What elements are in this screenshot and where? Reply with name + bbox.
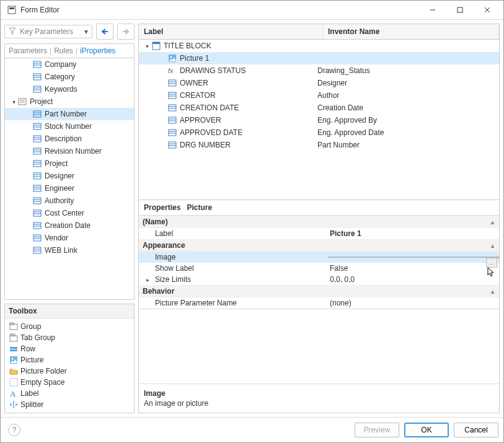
grid-row-root[interactable]: ▾TITLE BLOCK [139,40,499,52]
property-icon [32,109,42,119]
properties-title: Properties Picture [139,200,499,215]
prop-icon [167,90,177,100]
pic-icon [9,355,19,365]
tree-item[interactable]: Creation Date [5,219,134,232]
left-tree[interactable]: CompanyCategoryKeywords▾ProjectPart Numb… [5,58,134,299]
grid-row[interactable]: CREATORAuthor [139,89,499,102]
tree-item[interactable]: Stock Number [5,120,134,133]
key-parameters-label: Key Parameters [20,27,73,36]
tab-iproperties[interactable]: iProperties [80,46,115,55]
tree-item[interactable]: Designer [5,170,134,182]
preview-button[interactable]: Preview [355,423,399,437]
svg-rect-50 [33,235,41,241]
grid-header: Label Inventor Name [139,24,499,40]
svg-rect-3 [458,7,462,12]
tree-item[interactable]: Engineer [5,182,134,195]
property-icon [32,183,42,193]
tree-item-project[interactable]: ▾Project [5,95,134,108]
grid-body[interactable]: ▾TITLE BLOCKPicture 1fxDRAWING STATUSDra… [139,40,499,200]
tree-item[interactable]: Vendor [5,232,134,244]
grid-header-label[interactable]: Label [139,24,323,39]
tree-item[interactable]: Description [5,133,134,145]
prop-category-appearance[interactable]: Appearance▴ [139,239,499,252]
nav-forward-button[interactable] [117,24,135,40]
fx-icon: fx [167,66,177,76]
grid-row[interactable]: APPROVED DATEEng. Approved Date [139,126,499,139]
property-icon [32,233,42,243]
filter-icon [9,27,17,36]
toolbox-body: GroupTab GroupRowPicturePicture FolderEm… [5,318,134,413]
tree-item[interactable]: Cost Center [5,207,134,219]
right-panel: Label Inventor Name ▾TITLE BLOCKPicture … [138,24,500,413]
form-icon [151,41,161,51]
svg-rect-0 [8,6,15,14]
svg-rect-73 [169,80,176,86]
prop-row-show-label[interactable]: Show LabelFalse [139,263,499,274]
close-button[interactable] [474,1,501,19]
svg-rect-8 [33,61,41,68]
help-button[interactable]: ? [8,424,20,436]
tab-parameters[interactable]: Parameters [9,46,47,55]
property-icon [32,245,42,255]
key-parameters-dropdown[interactable]: Key Parameters ▾ [4,25,92,38]
ok-button[interactable]: OK [404,423,449,437]
nav-back-button[interactable] [96,24,113,40]
prop-row-label[interactable]: LabelPicture 1 [139,228,499,239]
toolbox-item[interactable]: Tab Group [6,332,133,343]
left-tree-panel: Parameters | Rules | iProperties Company… [4,43,135,300]
svg-rect-53 [33,247,41,253]
minimize-button[interactable] [419,1,446,19]
toolbox-item[interactable]: Picture [6,354,133,366]
footer: ? Preview OK Cancel [1,417,503,442]
prop-category-behavior[interactable]: Behavior▴ [139,285,499,297]
svg-rect-60 [12,334,15,336]
cancel-button[interactable]: Cancel [454,423,498,437]
property-icon [32,171,42,181]
svg-rect-76 [169,92,176,99]
collapse-icon[interactable]: ▾ [143,43,151,50]
svg-rect-61 [10,347,17,349]
collapse-icon: ▴ [491,288,494,295]
svg-rect-1 [9,7,14,9]
toolbox-item[interactable]: Splitter [6,399,133,410]
prop-row-picture-param[interactable]: Picture Parameter Name(none) [139,297,499,309]
grid-row[interactable]: Picture 1 [139,52,499,64]
left-tabs: Parameters | Rules | iProperties [5,44,134,58]
maximize-button[interactable] [446,1,474,19]
tree-item[interactable]: Revision Number [5,145,134,157]
tree-item[interactable]: WEB Link [5,244,134,257]
left-toolbar: Key Parameters ▾ [4,24,135,40]
property-icon [32,146,42,156]
prop-row-image[interactable]: Image … [139,252,499,263]
grid-row[interactable]: DRG NUMBERPart Number [139,139,499,151]
svg-rect-26 [33,136,41,142]
prop-icon [167,103,177,113]
chevron-down-icon: ▾ [84,27,88,36]
tree-item[interactable]: Part Number [5,108,134,120]
tab-rules[interactable]: Rules [54,46,73,55]
toolbox-item[interactable]: Empty Space [6,377,133,388]
properties-grid[interactable]: (Name)▴ LabelPicture 1 Appearance▴ Image… [139,215,499,309]
prop-category-name[interactable]: (Name)▴ [139,216,499,228]
toolbox-item[interactable]: Row [6,343,133,354]
tree-item[interactable]: Authority [5,195,134,207]
tree-item[interactable]: Keywords [5,83,134,95]
grid-row[interactable]: fxDRAWING STATUSDrawing_Status [139,64,499,77]
collapse-icon[interactable]: ▾ [10,99,17,105]
toolbox-item[interactable]: ALabel [6,388,133,399]
svg-point-71 [170,56,172,58]
grid-row[interactable]: CREATION DATECreation Date [139,102,499,114]
grid-row[interactable]: OWNERDesigner [139,77,499,89]
tree-item[interactable]: Project [5,157,134,170]
toolbox-item[interactable]: Group [6,321,133,332]
prop-icon [167,115,177,125]
tree-item[interactable]: Company [5,58,134,71]
grid-row[interactable]: APPROVEREng. Approved By [139,114,499,126]
toolbox-item[interactable]: Picture Folder [6,366,133,377]
prop-row-size-limits[interactable]: ▸Size Limits0,0, 0,0 [139,274,499,285]
expand-icon[interactable]: ▸ [146,276,153,283]
tree-item[interactable]: Category [5,71,134,83]
svg-rect-62 [10,349,17,351]
svg-rect-38 [33,185,41,191]
grid-header-invname[interactable]: Inventor Name [323,24,499,39]
